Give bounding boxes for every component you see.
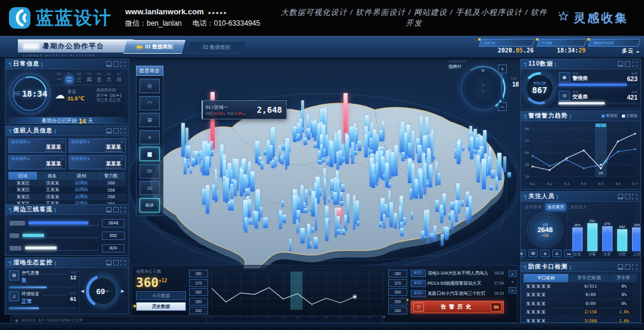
layer-button-cluster[interactable]: ⊞: [140, 113, 160, 127]
weekday-cn: 一: [57, 76, 62, 83]
svg-text:30: 30: [603, 160, 608, 164]
focus-tab[interactable]: 当日新增: [525, 204, 541, 210]
minimize-icon[interactable]: [106, 128, 112, 134]
gauge-value: 69: [97, 287, 105, 296]
tab-label: 02 数据类别: [203, 44, 230, 51]
phone-label: 电话：010-63334945: [193, 19, 260, 27]
panel-title: 湿地生态监控: [13, 258, 52, 267]
maximize-icon[interactable]: [113, 128, 119, 134]
bar-label: 涉毒: [589, 252, 596, 257]
layer-button-2d[interactable]: 2D: [140, 164, 160, 178]
alert-row[interactable]: 类型2RD13-53烟感报警疑似火灾17:24: [411, 278, 504, 288]
maximize-icon[interactable]: [113, 207, 119, 212]
ybox-left: 380370360350340: [189, 270, 208, 314]
eco-unit: 分贝: [70, 291, 76, 295]
camera-icon[interactable]: ▣: [520, 249, 526, 257]
flow-value: 824: [102, 244, 125, 252]
expand-icon[interactable]: [120, 207, 126, 212]
alert-row[interactable]: 类型4某路口有小汽车连闯三个红灯18:24: [411, 288, 504, 298]
map-bar: [244, 217, 247, 233]
map-bar: [482, 159, 486, 189]
layer-button-list[interactable]: ≡: [140, 130, 160, 144]
zoom-in-button[interactable]: +: [498, 64, 507, 73]
expand-icon[interactable]: [120, 128, 126, 134]
maximize-icon[interactable]: [113, 260, 119, 266]
list-icon: ≡: [148, 134, 151, 140]
gauge-left-arrow-icon[interactable]: ◀: [81, 289, 84, 294]
duty-cell: 张某某: [38, 180, 67, 186]
alert-time: 18:24: [494, 291, 504, 295]
warning-triangle-icon: ▽: [413, 303, 424, 312]
alert-history-banner[interactable]: ▽ 告警历史 36: [411, 301, 504, 313]
layer-button-radar[interactable]: ◠: [140, 96, 160, 110]
tab-data-category-1[interactable]: 01 数据类别: [123, 40, 185, 54]
weekday-cell: FR五: [95, 72, 103, 83]
zoom-out-button[interactable]: −: [498, 102, 507, 111]
duty-col-header: 区域: [8, 172, 38, 180]
expand-icon[interactable]: [632, 194, 637, 199]
map-bar: [328, 198, 330, 202]
map-bar: [311, 227, 314, 233]
minimize-icon[interactable]: [106, 260, 112, 266]
office-data-button[interactable]: 历史数据: [136, 302, 186, 311]
maximize-icon[interactable]: [625, 264, 630, 270]
office-data-button[interactable]: 今日数据: [136, 291, 186, 300]
minimize-icon[interactable]: [106, 61, 112, 67]
legend-item[interactable]: 警情类: [602, 113, 618, 119]
duty-card: 值班领导 ▸·· ◎某某某: [69, 155, 126, 169]
duty-cell: 副局长: [67, 187, 97, 193]
bar: [587, 223, 597, 251]
person-icon[interactable]: ♟: [552, 249, 562, 257]
minimize-icon[interactable]: [618, 61, 623, 67]
map-bar: [408, 143, 411, 158]
map-bar: [337, 229, 340, 235]
maximize-icon[interactable]: [625, 61, 630, 67]
website-link[interactable]: www.lanlanwork.com: [125, 7, 204, 16]
tab-data-category-2[interactable]: 02 数据类别: [187, 41, 246, 54]
p110-name: 交通类: [572, 94, 588, 101]
map-bar: [225, 178, 229, 203]
minimize-icon[interactable]: [106, 207, 112, 212]
zoom-track[interactable]: [501, 75, 503, 101]
map-bar: [400, 228, 404, 237]
signal-icon[interactable]: ◉: [540, 249, 550, 257]
map-bar: [435, 200, 439, 212]
temperature: 31.5℃: [67, 95, 84, 101]
weekday-cell: SA六: [105, 72, 113, 83]
legend-item[interactable]: 交通类: [622, 113, 638, 119]
focus-tab[interactable]: 当日进入: [570, 204, 587, 210]
layer-button-bars[interactable]: ▆: [140, 147, 160, 161]
map-bar: [490, 186, 494, 191]
bar-column: 264上访: [631, 213, 641, 257]
alert-row[interactable]: 类型1湿地3-104片区有不明人员闯入18:24: [411, 268, 504, 278]
screenshot-root: 蓝蓝设计 www.lanlanwork.com▸▸▸▸▸ 微信：ben_lanl…: [0, 0, 644, 330]
focus-tab[interactable]: 当日离开: [546, 203, 566, 211]
map-bar: [191, 158, 196, 166]
scroll-up-icon[interactable]: ▲: [509, 270, 516, 277]
expand-icon[interactable]: [120, 61, 126, 67]
expand-icon[interactable]: [632, 61, 637, 67]
svg-text:10: 10: [525, 175, 529, 178]
map-bar: [351, 142, 354, 164]
weekday-en: MO: [57, 72, 61, 76]
minimize-icon[interactable]: [618, 264, 623, 270]
layer-button-board[interactable]: 板块: [140, 198, 160, 212]
phone-icon[interactable]: ☎: [528, 249, 538, 257]
maximize-icon[interactable]: [113, 61, 119, 67]
traffic-icon: ⊟: [559, 91, 570, 101]
compass-label-en: COMPASS: [448, 60, 467, 63]
scroll-down-icon[interactable]: ▼: [509, 287, 516, 294]
layer-button-3d[interactable]: 3D: [140, 181, 160, 195]
expand-icon[interactable]: [632, 264, 637, 270]
maximize-icon[interactable]: [625, 194, 630, 199]
time-value: 18:34:29: [538, 47, 586, 54]
flow-bar: [25, 246, 57, 249]
expand-icon[interactable]: [120, 260, 126, 266]
date-plate: DATE 2020.05.26: [480, 39, 534, 54]
alert-type-badge: 类型1: [411, 270, 426, 277]
layer-button-pin[interactable]: ◎: [140, 79, 160, 93]
gauge-right-arrow-icon[interactable]: ▶: [121, 289, 124, 294]
minimize-icon[interactable]: [618, 194, 623, 199]
gauge-unit: %: [106, 289, 109, 293]
trend-legend: 警情类交通类: [602, 113, 637, 119]
